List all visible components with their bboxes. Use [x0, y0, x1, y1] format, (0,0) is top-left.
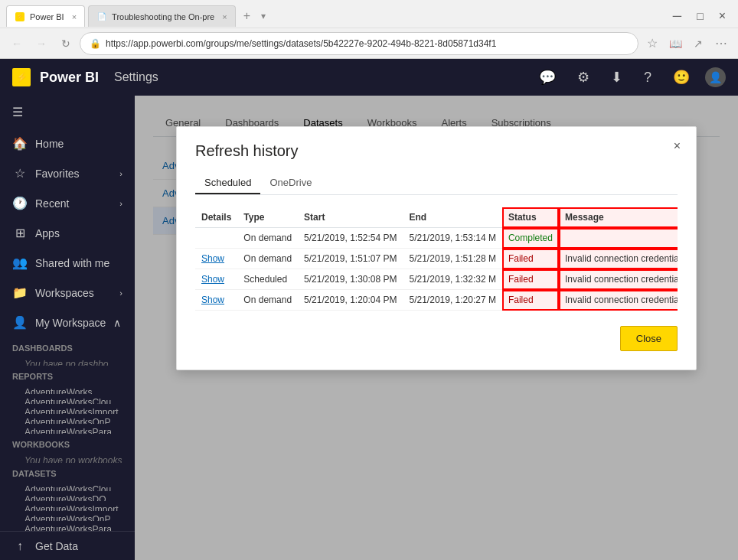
- row3-type: Scheduled: [237, 269, 298, 290]
- feedback-icon[interactable]: 🙂: [667, 63, 696, 92]
- powerbi-favicon: ⚡: [15, 11, 25, 22]
- modal-close-button[interactable]: ×: [668, 136, 687, 156]
- modal-tab-scheduled[interactable]: Scheduled: [195, 172, 260, 194]
- favorites-chevron: ›: [119, 169, 122, 178]
- tab1-close[interactable]: ×: [72, 12, 77, 21]
- row2-end: 5/21/2019, 1:51:28 M: [403, 249, 502, 269]
- sidebar-item-favorites[interactable]: ☆ Favorites ›: [0, 158, 135, 188]
- forward-button[interactable]: →: [31, 33, 52, 54]
- main-layout: ☰ 🏠 Home ☆ Favorites › 🕐 Recent › ⊞ Apps…: [0, 96, 738, 560]
- modal-overlay: Refresh history × Scheduled OneDrive Det…: [135, 96, 738, 560]
- favorites-label: Favorites: [35, 168, 80, 180]
- new-tab-button[interactable]: +: [239, 9, 255, 23]
- apps-label: Apps: [35, 227, 60, 239]
- report-item-3[interactable]: AdventureWorksOnPremAndC...: [0, 414, 135, 424]
- dataset-sidebar-item-1[interactable]: AdventureWorksDQ: [0, 491, 135, 501]
- row4-type: On demand: [237, 290, 298, 311]
- tab2-close[interactable]: ×: [222, 12, 227, 21]
- table-container: Details Type Start End Status Message: [195, 207, 678, 311]
- lock-icon: 🔒: [90, 38, 101, 49]
- show-link-2[interactable]: Show: [201, 253, 224, 264]
- refresh-history-modal: Refresh history × Scheduled OneDrive Det…: [176, 126, 697, 370]
- report-item-4[interactable]: AdventureWorksParameterize...: [0, 424, 135, 434]
- close-modal-button[interactable]: Close: [620, 326, 678, 351]
- status-failed-badge-3: Failed: [508, 274, 534, 285]
- app-name: Power BI: [40, 70, 99, 86]
- shared-icon: 👥: [12, 256, 28, 270]
- maximize-button[interactable]: □: [691, 8, 709, 24]
- table-row: On demand 5/21/2019, 1:52:54 PM 5/21/201…: [195, 228, 678, 249]
- close-window-button[interactable]: ×: [713, 8, 732, 24]
- reading-list-button[interactable]: 📖: [665, 33, 686, 54]
- bookmark-star-button[interactable]: ☆: [642, 33, 663, 54]
- recent-chevron: ›: [119, 199, 122, 208]
- sidebar-toggle[interactable]: ☰: [0, 96, 135, 129]
- row3-status: Failed: [502, 269, 559, 290]
- tab1-title: Power BI: [30, 12, 64, 21]
- row3-start: 5/21/2019, 1:30:08 PM: [298, 269, 403, 290]
- app-container: ⚡ Power BI Settings 💬 ⚙ ⬇ ? 🙂 👤 ☰ 🏠 Home…: [0, 59, 738, 560]
- browser-titlebar: ⚡ Power BI × 📄 Troubleshooting the On-pr…: [0, 0, 738, 28]
- col-message: Message: [559, 207, 678, 228]
- modal-footer: Close: [195, 326, 678, 351]
- tab2-favicon: 📄: [96, 11, 107, 22]
- back-button[interactable]: ←: [6, 33, 28, 54]
- dashboards-section-title: DASHBOARDS: [0, 337, 135, 356]
- report-item-2[interactable]: AdventureWorksImport: [0, 404, 135, 414]
- account-icon[interactable]: 👤: [705, 67, 726, 87]
- sidebar-item-workspaces[interactable]: 📁 Workspaces ›: [0, 278, 135, 308]
- address-text: https://app.powerbi.com/groups/me/settin…: [106, 38, 629, 49]
- report-item-0[interactable]: AdventureWorks: [0, 384, 135, 394]
- row2-start: 5/21/2019, 1:51:07 PM: [298, 249, 403, 269]
- report-item-1[interactable]: AdventureWorksCloudImport: [0, 394, 135, 404]
- status-completed-badge: Completed: [508, 233, 553, 243]
- status-failed-badge-2: Failed: [508, 253, 534, 264]
- dataset-sidebar-item-4[interactable]: AdventureWorksParameterize...: [0, 521, 135, 531]
- row1-start: 5/21/2019, 1:52:54 PM: [298, 228, 403, 249]
- row3-message: Invalid connection credentials.: [559, 269, 678, 290]
- sidebar-item-shared[interactable]: 👥 Shared with me: [0, 248, 135, 278]
- dataset-sidebar-item-2[interactable]: AdventureWorksImport: [0, 501, 135, 511]
- refresh-history-table: Details Type Start End Status Message: [195, 207, 678, 311]
- download-icon[interactable]: ⬇: [605, 63, 629, 92]
- dataset-sidebar-item-3[interactable]: AdventureWorksOnPremAndC...: [0, 511, 135, 521]
- browser-tab-powerbi[interactable]: ⚡ Power BI ×: [6, 5, 85, 27]
- sidebar-get-data[interactable]: ↑ Get Data: [0, 531, 135, 560]
- col-end: End: [403, 207, 502, 228]
- row4-details[interactable]: Show: [195, 290, 237, 311]
- chat-icon[interactable]: 💬: [533, 63, 562, 92]
- refresh-button[interactable]: ↻: [55, 33, 77, 54]
- tab-dropdown-btn[interactable]: ▾: [261, 11, 266, 21]
- row2-status: Failed: [502, 249, 559, 269]
- sidebar-item-recent[interactable]: 🕐 Recent ›: [0, 188, 135, 218]
- sidebar-item-home[interactable]: 🏠 Home: [0, 129, 135, 158]
- browser-tab-troubleshooting[interactable]: 📄 Troubleshooting the On-pre ×: [88, 5, 236, 27]
- sidebar-item-apps[interactable]: ⊞ Apps: [0, 218, 135, 248]
- browser-nav-bar: ← → ↻ 🔒 https://app.powerbi.com/groups/m…: [0, 28, 738, 58]
- col-details: Details: [195, 207, 237, 228]
- address-bar[interactable]: 🔒 https://app.powerbi.com/groups/me/sett…: [80, 32, 638, 55]
- minimize-button[interactable]: ─: [667, 8, 687, 24]
- modal-tab-onedrive[interactable]: OneDrive: [260, 172, 321, 194]
- no-workbooks-msg: You have no workbooks: [0, 452, 135, 462]
- settings-icon[interactable]: ⚙: [571, 63, 596, 92]
- row2-details[interactable]: Show: [195, 249, 237, 269]
- get-data-label: Get Data: [35, 540, 78, 552]
- row3-details[interactable]: Show: [195, 269, 237, 290]
- share-button[interactable]: ↗: [687, 33, 709, 54]
- shared-label: Shared with me: [35, 257, 109, 269]
- show-link-3[interactable]: Show: [201, 274, 224, 285]
- dataset-sidebar-item-0[interactable]: AdventureWorksCloudImport: [0, 481, 135, 491]
- row1-message: [559, 228, 678, 249]
- show-link-4[interactable]: Show: [201, 295, 224, 305]
- col-status: Status: [502, 207, 559, 228]
- more-button[interactable]: ⋯: [710, 33, 732, 54]
- sidebar-my-workspace[interactable]: 👤 My Workspace ∧: [0, 308, 135, 337]
- workbooks-section-title: WORKBOOKS: [0, 434, 135, 452]
- help-icon[interactable]: ?: [638, 63, 658, 92]
- top-bar: ⚡ Power BI Settings 💬 ⚙ ⬇ ? 🙂 👤: [0, 59, 738, 96]
- home-icon: 🏠: [12, 136, 28, 151]
- col-type: Type: [237, 207, 298, 228]
- datasets-section-title: DATASETS: [0, 463, 135, 481]
- table-row: Show On demand 5/21/2019, 1:20:04 PM 5/2…: [195, 290, 678, 311]
